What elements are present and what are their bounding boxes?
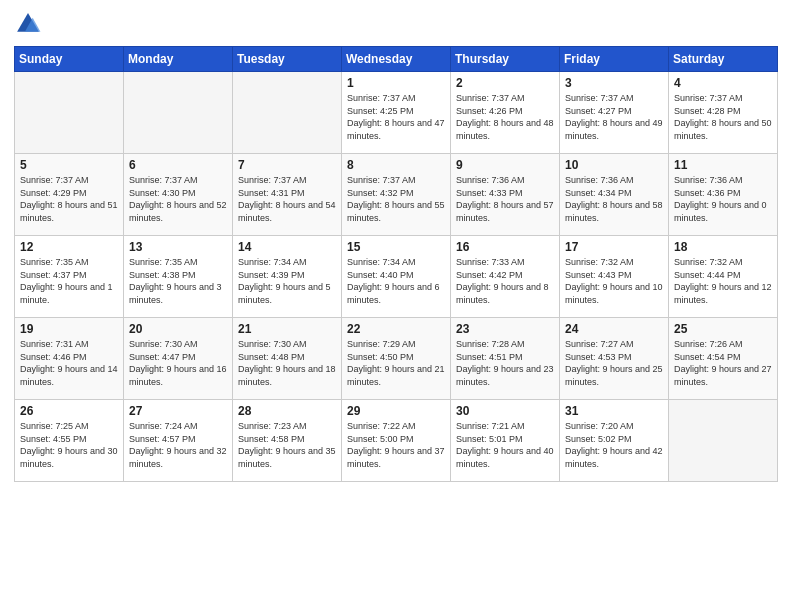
day-number: 7 bbox=[238, 158, 336, 172]
day-number: 11 bbox=[674, 158, 772, 172]
weekday-header-thursday: Thursday bbox=[451, 47, 560, 72]
day-cell: 24Sunrise: 7:27 AM Sunset: 4:53 PM Dayli… bbox=[560, 318, 669, 400]
day-cell: 30Sunrise: 7:21 AM Sunset: 5:01 PM Dayli… bbox=[451, 400, 560, 482]
day-info: Sunrise: 7:37 AM Sunset: 4:25 PM Dayligh… bbox=[347, 92, 445, 142]
day-info: Sunrise: 7:32 AM Sunset: 4:43 PM Dayligh… bbox=[565, 256, 663, 306]
day-cell: 7Sunrise: 7:37 AM Sunset: 4:31 PM Daylig… bbox=[233, 154, 342, 236]
day-number: 23 bbox=[456, 322, 554, 336]
day-number: 25 bbox=[674, 322, 772, 336]
weekday-header-friday: Friday bbox=[560, 47, 669, 72]
day-number: 15 bbox=[347, 240, 445, 254]
week-row-4: 19Sunrise: 7:31 AM Sunset: 4:46 PM Dayli… bbox=[15, 318, 778, 400]
day-info: Sunrise: 7:37 AM Sunset: 4:29 PM Dayligh… bbox=[20, 174, 118, 224]
day-cell: 3Sunrise: 7:37 AM Sunset: 4:27 PM Daylig… bbox=[560, 72, 669, 154]
day-info: Sunrise: 7:37 AM Sunset: 4:32 PM Dayligh… bbox=[347, 174, 445, 224]
day-cell: 9Sunrise: 7:36 AM Sunset: 4:33 PM Daylig… bbox=[451, 154, 560, 236]
week-row-2: 5Sunrise: 7:37 AM Sunset: 4:29 PM Daylig… bbox=[15, 154, 778, 236]
day-number: 13 bbox=[129, 240, 227, 254]
day-info: Sunrise: 7:36 AM Sunset: 4:33 PM Dayligh… bbox=[456, 174, 554, 224]
day-number: 21 bbox=[238, 322, 336, 336]
weekday-header-sunday: Sunday bbox=[15, 47, 124, 72]
day-cell: 25Sunrise: 7:26 AM Sunset: 4:54 PM Dayli… bbox=[669, 318, 778, 400]
day-info: Sunrise: 7:34 AM Sunset: 4:39 PM Dayligh… bbox=[238, 256, 336, 306]
weekday-header-row: SundayMondayTuesdayWednesdayThursdayFrid… bbox=[15, 47, 778, 72]
day-cell: 1Sunrise: 7:37 AM Sunset: 4:25 PM Daylig… bbox=[342, 72, 451, 154]
logo-icon bbox=[14, 10, 42, 38]
day-cell: 28Sunrise: 7:23 AM Sunset: 4:58 PM Dayli… bbox=[233, 400, 342, 482]
day-cell bbox=[15, 72, 124, 154]
day-cell: 27Sunrise: 7:24 AM Sunset: 4:57 PM Dayli… bbox=[124, 400, 233, 482]
day-number: 19 bbox=[20, 322, 118, 336]
day-cell: 13Sunrise: 7:35 AM Sunset: 4:38 PM Dayli… bbox=[124, 236, 233, 318]
day-info: Sunrise: 7:37 AM Sunset: 4:26 PM Dayligh… bbox=[456, 92, 554, 142]
day-cell: 6Sunrise: 7:37 AM Sunset: 4:30 PM Daylig… bbox=[124, 154, 233, 236]
day-cell bbox=[233, 72, 342, 154]
day-cell: 14Sunrise: 7:34 AM Sunset: 4:39 PM Dayli… bbox=[233, 236, 342, 318]
logo bbox=[14, 10, 46, 38]
day-cell: 8Sunrise: 7:37 AM Sunset: 4:32 PM Daylig… bbox=[342, 154, 451, 236]
day-cell: 12Sunrise: 7:35 AM Sunset: 4:37 PM Dayli… bbox=[15, 236, 124, 318]
weekday-header-tuesday: Tuesday bbox=[233, 47, 342, 72]
week-row-5: 26Sunrise: 7:25 AM Sunset: 4:55 PM Dayli… bbox=[15, 400, 778, 482]
day-info: Sunrise: 7:35 AM Sunset: 4:38 PM Dayligh… bbox=[129, 256, 227, 306]
day-number: 28 bbox=[238, 404, 336, 418]
day-number: 6 bbox=[129, 158, 227, 172]
day-number: 26 bbox=[20, 404, 118, 418]
week-row-1: 1Sunrise: 7:37 AM Sunset: 4:25 PM Daylig… bbox=[15, 72, 778, 154]
day-number: 9 bbox=[456, 158, 554, 172]
day-number: 22 bbox=[347, 322, 445, 336]
day-info: Sunrise: 7:20 AM Sunset: 5:02 PM Dayligh… bbox=[565, 420, 663, 470]
day-number: 10 bbox=[565, 158, 663, 172]
day-info: Sunrise: 7:37 AM Sunset: 4:28 PM Dayligh… bbox=[674, 92, 772, 142]
day-number: 20 bbox=[129, 322, 227, 336]
day-info: Sunrise: 7:36 AM Sunset: 4:36 PM Dayligh… bbox=[674, 174, 772, 224]
day-number: 3 bbox=[565, 76, 663, 90]
day-info: Sunrise: 7:30 AM Sunset: 4:47 PM Dayligh… bbox=[129, 338, 227, 388]
day-number: 5 bbox=[20, 158, 118, 172]
day-number: 4 bbox=[674, 76, 772, 90]
day-info: Sunrise: 7:36 AM Sunset: 4:34 PM Dayligh… bbox=[565, 174, 663, 224]
day-info: Sunrise: 7:30 AM Sunset: 4:48 PM Dayligh… bbox=[238, 338, 336, 388]
day-cell: 29Sunrise: 7:22 AM Sunset: 5:00 PM Dayli… bbox=[342, 400, 451, 482]
day-cell: 15Sunrise: 7:34 AM Sunset: 4:40 PM Dayli… bbox=[342, 236, 451, 318]
day-cell: 26Sunrise: 7:25 AM Sunset: 4:55 PM Dayli… bbox=[15, 400, 124, 482]
day-number: 18 bbox=[674, 240, 772, 254]
day-cell: 5Sunrise: 7:37 AM Sunset: 4:29 PM Daylig… bbox=[15, 154, 124, 236]
day-info: Sunrise: 7:23 AM Sunset: 4:58 PM Dayligh… bbox=[238, 420, 336, 470]
day-info: Sunrise: 7:37 AM Sunset: 4:31 PM Dayligh… bbox=[238, 174, 336, 224]
day-info: Sunrise: 7:22 AM Sunset: 5:00 PM Dayligh… bbox=[347, 420, 445, 470]
day-number: 17 bbox=[565, 240, 663, 254]
day-cell: 31Sunrise: 7:20 AM Sunset: 5:02 PM Dayli… bbox=[560, 400, 669, 482]
day-number: 8 bbox=[347, 158, 445, 172]
day-cell: 17Sunrise: 7:32 AM Sunset: 4:43 PM Dayli… bbox=[560, 236, 669, 318]
calendar: SundayMondayTuesdayWednesdayThursdayFrid… bbox=[14, 46, 778, 482]
day-info: Sunrise: 7:35 AM Sunset: 4:37 PM Dayligh… bbox=[20, 256, 118, 306]
day-number: 12 bbox=[20, 240, 118, 254]
weekday-header-wednesday: Wednesday bbox=[342, 47, 451, 72]
day-info: Sunrise: 7:29 AM Sunset: 4:50 PM Dayligh… bbox=[347, 338, 445, 388]
day-number: 14 bbox=[238, 240, 336, 254]
day-cell: 2Sunrise: 7:37 AM Sunset: 4:26 PM Daylig… bbox=[451, 72, 560, 154]
day-info: Sunrise: 7:26 AM Sunset: 4:54 PM Dayligh… bbox=[674, 338, 772, 388]
day-info: Sunrise: 7:37 AM Sunset: 4:27 PM Dayligh… bbox=[565, 92, 663, 142]
day-cell: 20Sunrise: 7:30 AM Sunset: 4:47 PM Dayli… bbox=[124, 318, 233, 400]
weekday-header-saturday: Saturday bbox=[669, 47, 778, 72]
week-row-3: 12Sunrise: 7:35 AM Sunset: 4:37 PM Dayli… bbox=[15, 236, 778, 318]
day-number: 27 bbox=[129, 404, 227, 418]
day-number: 31 bbox=[565, 404, 663, 418]
day-number: 16 bbox=[456, 240, 554, 254]
day-cell: 11Sunrise: 7:36 AM Sunset: 4:36 PM Dayli… bbox=[669, 154, 778, 236]
day-info: Sunrise: 7:25 AM Sunset: 4:55 PM Dayligh… bbox=[20, 420, 118, 470]
day-cell: 16Sunrise: 7:33 AM Sunset: 4:42 PM Dayli… bbox=[451, 236, 560, 318]
weekday-header-monday: Monday bbox=[124, 47, 233, 72]
day-cell: 22Sunrise: 7:29 AM Sunset: 4:50 PM Dayli… bbox=[342, 318, 451, 400]
day-number: 1 bbox=[347, 76, 445, 90]
day-info: Sunrise: 7:37 AM Sunset: 4:30 PM Dayligh… bbox=[129, 174, 227, 224]
day-info: Sunrise: 7:21 AM Sunset: 5:01 PM Dayligh… bbox=[456, 420, 554, 470]
day-info: Sunrise: 7:33 AM Sunset: 4:42 PM Dayligh… bbox=[456, 256, 554, 306]
day-cell: 10Sunrise: 7:36 AM Sunset: 4:34 PM Dayli… bbox=[560, 154, 669, 236]
day-cell: 4Sunrise: 7:37 AM Sunset: 4:28 PM Daylig… bbox=[669, 72, 778, 154]
day-number: 24 bbox=[565, 322, 663, 336]
day-info: Sunrise: 7:31 AM Sunset: 4:46 PM Dayligh… bbox=[20, 338, 118, 388]
day-number: 30 bbox=[456, 404, 554, 418]
